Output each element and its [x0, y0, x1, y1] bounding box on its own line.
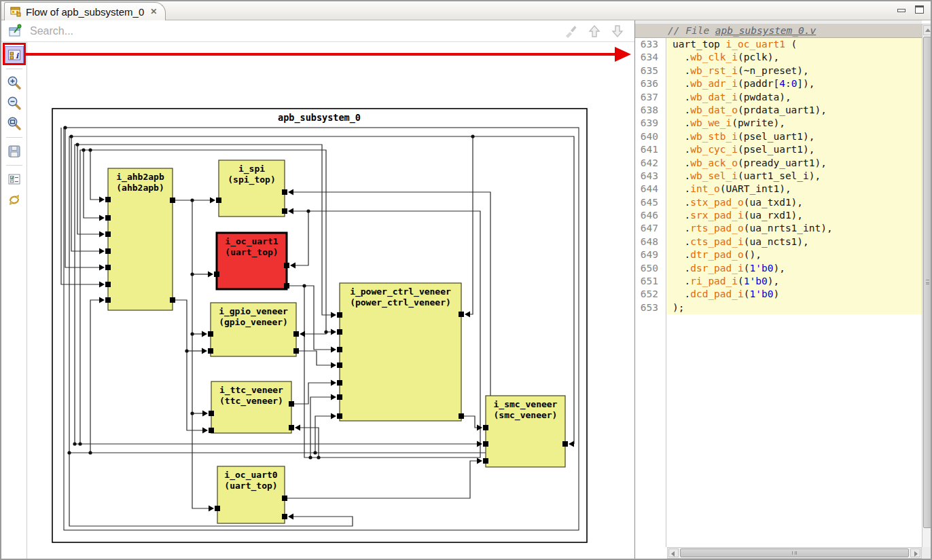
- horizontal-scrollbar[interactable]: [667, 547, 922, 559]
- code-line: 636 .wb_adr_i(paddr[4:0]),: [635, 77, 922, 90]
- code-scroll-area[interactable]: 633uart_top i_oc_uart1 (634 .wb_clk_i(pc…: [635, 38, 922, 547]
- pin-editor-icon[interactable]: [7, 24, 24, 39]
- scroll-right-icon[interactable]: [910, 548, 920, 557]
- search-input[interactable]: [29, 24, 564, 38]
- input-port: [214, 272, 219, 277]
- code-text: .srx_pad_i(ua_rxd1),: [667, 209, 922, 222]
- tool-sidebar: i: [1, 42, 27, 559]
- next-arrow-icon[interactable]: [610, 24, 625, 39]
- code-text: .dtr_pad_o(),: [667, 248, 922, 261]
- wire-junction: [302, 284, 306, 287]
- block-module-name: (ahb2apb): [116, 183, 164, 193]
- code-text: .wb_ack_o(pready_uart1),: [667, 157, 922, 170]
- port-arrow-icon: [569, 441, 574, 447]
- line-number: 652: [635, 288, 662, 301]
- input-port: [337, 380, 342, 386]
- wire: [299, 351, 331, 365]
- block-i_power_ctrl_veneer[interactable]: i_power_ctrl_veneer(power_ctrl_veneer): [331, 283, 470, 421]
- application-window: Flow of apb_subsystem_0 ✕: [0, 0, 932, 560]
- tab-flow-of-apb-subsystem-0[interactable]: Flow of apb_subsystem_0 ✕: [4, 2, 166, 20]
- port-arrow-icon: [331, 413, 336, 419]
- block-i_smc_veneer[interactable]: i_smc_veneer(smc_veneer): [477, 396, 574, 467]
- previous-arrow-icon[interactable]: [587, 24, 602, 39]
- code-line: 642 .wb_ack_o(pready_uart1),: [635, 157, 922, 170]
- line-number: 634: [635, 51, 662, 64]
- tab-title: Flow of apb_subsystem_0: [26, 6, 144, 18]
- block-instance-name: i_spi: [238, 164, 265, 174]
- input-port: [293, 331, 299, 337]
- scroll-up-icon[interactable]: [923, 25, 932, 35]
- options-button[interactable]: [5, 170, 24, 188]
- refresh-button[interactable]: [5, 191, 24, 208]
- block-module-name: (gpio_veneer): [219, 317, 288, 328]
- port-arrow-icon: [99, 265, 105, 271]
- wire: [294, 383, 331, 404]
- save-icon: [7, 145, 21, 158]
- code-text: .dsr_pad_i(1'b0),: [667, 262, 922, 275]
- zoom-out-button[interactable]: [5, 94, 24, 112]
- block-i_ttc_veneer[interactable]: i_ttc_veneer(ttc_veneer): [202, 381, 300, 434]
- options-form-icon: [7, 172, 21, 186]
- input-port: [483, 425, 488, 430]
- zoom-fit-button[interactable]: [5, 115, 24, 132]
- code-line: 640 .wb_stb_i(psel_uart1),: [635, 130, 922, 143]
- wire-junction: [317, 455, 320, 459]
- code-text: .wb_clk_i(pclk),: [667, 51, 922, 64]
- block-module-name: (smc_veneer): [494, 410, 558, 421]
- input-port: [105, 297, 111, 303]
- schematic-canvas[interactable]: apb_subsystem_0i_ahb2apb(ahb2apb)i_spi(s…: [27, 42, 634, 560]
- port-arrow-icon: [288, 208, 293, 214]
- port-arrow-icon: [99, 197, 105, 203]
- line-number: 633: [635, 38, 662, 51]
- clear-highlight-icon[interactable]: [564, 24, 579, 39]
- line-number: 640: [635, 130, 662, 143]
- wire-junction: [88, 451, 92, 454]
- port-arrow-icon: [99, 297, 105, 303]
- save-button[interactable]: [5, 143, 24, 160]
- input-port: [459, 312, 464, 317]
- line-number: 647: [635, 222, 662, 235]
- block-instance-name: i_ahb2apb: [116, 172, 164, 183]
- wire-junction: [67, 451, 71, 454]
- tab-close-icon[interactable]: ✕: [150, 7, 157, 16]
- scrollbar-corner: [922, 547, 932, 559]
- input-port: [216, 198, 221, 203]
- port-arrow-icon: [209, 506, 214, 512]
- input-port: [209, 411, 214, 416]
- zoom-in-button[interactable]: [5, 74, 24, 92]
- block-instance-name: i_oc_uart0: [224, 470, 277, 481]
- input-port: [337, 362, 342, 368]
- horizontal-scroll-thumb[interactable]: [680, 548, 909, 557]
- input-port: [282, 208, 287, 214]
- block-i_ahb2apb[interactable]: i_ahb2apb(ahb2apb): [99, 168, 175, 310]
- wire-junction: [73, 442, 76, 445]
- separator: [6, 165, 22, 166]
- wire: [315, 416, 331, 453]
- block-module-name: (uart_top): [224, 481, 277, 491]
- port-arrow-icon: [477, 425, 482, 431]
- file-link[interactable]: apb_subsystem_0.v: [715, 25, 816, 36]
- minimize-view-icon[interactable]: [897, 9, 906, 12]
- port-arrow-icon: [288, 189, 293, 195]
- scroll-left-icon[interactable]: [668, 548, 679, 557]
- vertical-scroll-thumb[interactable]: [923, 37, 932, 528]
- wire-junction: [313, 451, 317, 454]
- zoom-fit-icon: [7, 116, 22, 131]
- block-i_oc_uart0[interactable]: i_oc_uart0(uart_top): [209, 466, 293, 523]
- port-arrow-icon: [477, 458, 482, 464]
- input-port: [208, 348, 213, 354]
- block-i_oc_uart1[interactable]: i_oc_uart1(uart_top): [208, 233, 295, 289]
- code-line: 649 .dtr_pad_o(),: [635, 248, 922, 261]
- block-i_spi[interactable]: i_spi(spi_top): [210, 160, 293, 217]
- line-number: 650: [635, 262, 662, 275]
- zoom-out-icon: [7, 96, 22, 111]
- wire: [192, 200, 209, 508]
- annotation-arrow-shaft: [26, 53, 617, 56]
- maximize-view-icon[interactable]: [915, 5, 924, 14]
- block-i_gpio_veneer[interactable]: i_gpio_veneer(gpio_veneer): [202, 303, 305, 356]
- block-module-name: (spi_top): [228, 174, 275, 185]
- input-port: [337, 347, 342, 352]
- code-text: );: [667, 301, 922, 314]
- vertical-scrollbar[interactable]: [922, 24, 932, 559]
- input-port: [105, 248, 111, 254]
